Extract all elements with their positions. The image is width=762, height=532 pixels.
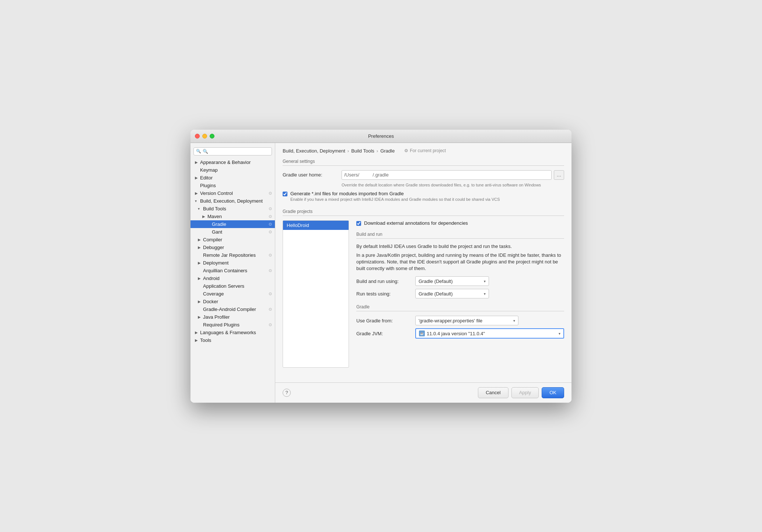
project-item-hellodroid[interactable]: HelloDroid <box>283 221 349 230</box>
generate-iml-content: Generate *.iml files for modules importe… <box>290 191 500 202</box>
build-run-label: Build and run using: <box>356 279 415 284</box>
download-annotations-checkbox[interactable] <box>356 221 361 226</box>
jvm-icon: ☕ <box>419 330 425 336</box>
sidebar-item-languages[interactable]: ▶ Languages & Frameworks <box>190 329 275 336</box>
run-tests-label: Run tests using: <box>356 291 415 297</box>
sidebar-item-gant[interactable]: Gant ⊙ <box>190 228 275 236</box>
sidebar-item-arquillian[interactable]: Arquillian Containers ⊙ <box>190 267 275 274</box>
gradle-jvm-value-container: ☕ 11.0.4 java version "11.0.4" <box>419 330 485 336</box>
gradle-projects-layout: HelloDroid Download external annotations… <box>283 220 564 368</box>
chevron-down-icon: ▾ <box>559 332 560 336</box>
breadcrumb-part2: Build Tools <box>351 148 374 154</box>
breadcrumb: Build, Execution, Deployment › Build Too… <box>275 143 572 157</box>
expand-icon: ▶ <box>202 214 207 218</box>
sidebar-item-gradle-android[interactable]: Gradle-Android Compiler ⊙ <box>190 305 275 313</box>
for-project-label: ⚙ For current project <box>404 148 446 153</box>
gradle-projects-title: Gradle projects <box>283 209 564 216</box>
sidebar-item-debugger[interactable]: ▶ Debugger <box>190 244 275 251</box>
search-icon: 🔍 <box>196 149 201 154</box>
copy-icon: ⊙ <box>269 307 272 312</box>
minimize-button[interactable] <box>202 134 207 139</box>
sidebar-item-label: Remote Jar Repositories <box>203 252 267 258</box>
sidebar-item-label: Tools <box>200 337 272 343</box>
generate-iml-row: Generate *.iml files for modules importe… <box>283 191 564 202</box>
sidebar-item-compiler[interactable]: ▶ Compiler <box>190 236 275 244</box>
gradle-config-title: Gradle <box>356 304 564 311</box>
breadcrumb-part3: Gradle <box>380 148 395 154</box>
expand-icon: ▶ <box>198 276 203 280</box>
generate-iml-hint: Enable if you have a mixed project with … <box>290 197 500 202</box>
sidebar-item-label: Appearance & Behavior <box>200 160 272 165</box>
sidebar-item-label: Editor <box>200 175 272 181</box>
sidebar-item-gradle[interactable]: Gradle ⊙ <box>190 220 275 228</box>
copy-icon: ⊙ <box>269 191 272 196</box>
sidebar-item-label: Gradle-Android Compiler <box>203 307 267 312</box>
sidebar-item-keymap[interactable]: Keymap <box>190 166 275 174</box>
sidebar-item-label: Build Tools <box>203 206 267 211</box>
gradle-projects-section: Gradle projects HelloDroid Download exte… <box>283 209 564 368</box>
use-gradle-value: 'gradle-wrapper.properties' file <box>419 318 482 323</box>
window-title: Preferences <box>368 133 394 139</box>
sidebar-item-android[interactable]: ▶ Android <box>190 274 275 282</box>
ok-button[interactable]: OK <box>542 387 564 398</box>
gradle-home-label: Gradle user home: <box>283 172 342 178</box>
sidebar-item-build-execution[interactable]: ▾ Build, Execution, Deployment <box>190 197 275 205</box>
sidebar-item-label: Plugins <box>200 183 272 188</box>
run-tests-dropdown[interactable]: Gradle (Default) ▾ <box>415 289 489 298</box>
expand-icon: ▶ <box>195 330 200 335</box>
use-gradle-row: Use Gradle from: 'gradle-wrapper.propert… <box>356 316 564 325</box>
sidebar-item-coverage[interactable]: Coverage ⊙ <box>190 290 275 298</box>
download-annotations-row: Download external annotations for depend… <box>356 220 564 226</box>
sidebar-item-app-servers[interactable]: Application Servers <box>190 282 275 290</box>
sidebar-item-editor[interactable]: ▶ Editor <box>190 174 275 182</box>
build-run-text2: In a pure Java/Kotlin project, building … <box>356 252 564 272</box>
sidebar-item-deployment[interactable]: ▶ Deployment <box>190 259 275 267</box>
sidebar-item-tools[interactable]: ▶ Tools <box>190 336 275 344</box>
gradle-home-row: Gradle user home: … <box>283 170 564 180</box>
footer: ? Cancel Apply OK <box>275 382 572 403</box>
sidebar-item-label: Keymap <box>200 167 272 173</box>
copy-icon: ⊙ <box>269 268 272 273</box>
settings-content: General settings Gradle user home: … Ove… <box>275 157 572 382</box>
gradle-jvm-dropdown[interactable]: ☕ 11.0.4 java version "11.0.4" ▾ <box>415 328 564 339</box>
expand-icon: ▶ <box>195 191 200 195</box>
apply-button[interactable]: Apply <box>511 387 539 398</box>
help-button[interactable]: ? <box>283 389 291 397</box>
use-gradle-dropdown[interactable]: 'gradle-wrapper.properties' file ▾ <box>415 316 518 325</box>
gradle-home-controls: … <box>342 170 564 180</box>
main-content: 🔍 ▶ Appearance & Behavior Keymap ▶ Edito… <box>190 143 572 403</box>
sidebar-item-label: Required Plugins <box>203 322 267 328</box>
cancel-button[interactable]: Cancel <box>478 387 508 398</box>
expand-icon: ▶ <box>195 160 200 164</box>
expand-icon: ▶ <box>198 245 203 249</box>
generate-iml-label: Generate *.iml files for modules importe… <box>290 191 500 196</box>
sidebar-item-java-profiler[interactable]: ▶ Java Profiler <box>190 313 275 321</box>
project-settings-panel: Download external annotations for depend… <box>349 220 564 368</box>
preferences-window: Preferences 🔍 ▶ Appearance & Behavior Ke… <box>190 130 572 403</box>
gradle-jvm-label: Gradle JVM: <box>356 331 415 336</box>
sidebar-item-label: Docker <box>203 299 272 304</box>
close-button[interactable] <box>195 134 200 139</box>
expand-icon: ▶ <box>198 261 203 265</box>
sidebar-item-label: Gant <box>212 229 267 235</box>
sidebar-item-plugins[interactable]: Plugins <box>190 182 275 189</box>
search-box[interactable]: 🔍 <box>193 147 272 155</box>
sidebar-item-build-tools[interactable]: ▾ Build Tools ⊙ <box>190 205 275 213</box>
sidebar-item-docker[interactable]: ▶ Docker <box>190 298 275 305</box>
build-run-dropdown[interactable]: Gradle (Default) ▾ <box>415 276 489 286</box>
browse-button[interactable]: … <box>554 170 564 180</box>
sidebar-item-required-plugins[interactable]: Required Plugins ⊙ <box>190 321 275 329</box>
run-tests-row: Run tests using: Gradle (Default) ▾ <box>356 289 564 298</box>
sidebar-item-maven[interactable]: ▶ Maven ⊙ <box>190 213 275 220</box>
sidebar-item-remote-jar[interactable]: Remote Jar Repositories ⊙ <box>190 251 275 259</box>
sidebar: 🔍 ▶ Appearance & Behavior Keymap ▶ Edito… <box>190 143 275 403</box>
copy-icon: ⊙ <box>269 230 272 234</box>
maximize-button[interactable] <box>210 134 214 139</box>
sidebar-item-version-control[interactable]: ▶ Version Control ⊙ <box>190 189 275 197</box>
generate-iml-checkbox[interactable] <box>283 192 287 196</box>
search-input[interactable] <box>203 149 269 154</box>
sidebar-item-label: Debugger <box>203 245 272 250</box>
sidebar-item-appearance[interactable]: ▶ Appearance & Behavior <box>190 158 275 166</box>
general-settings-section: General settings Gradle user home: … Ove… <box>283 159 564 202</box>
gradle-home-input[interactable] <box>342 170 552 180</box>
